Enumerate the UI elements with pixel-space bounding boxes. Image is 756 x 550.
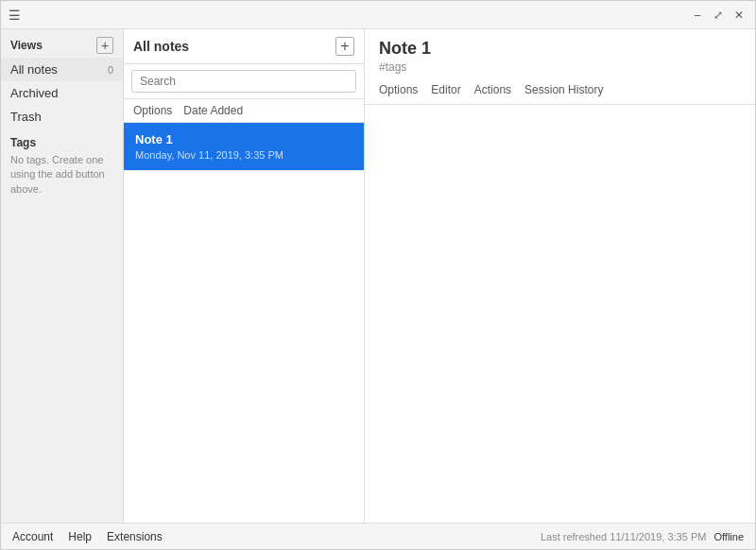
restore-button[interactable]: ⤢ (710, 7, 727, 24)
main-layout: Views + All notes 0 Archived Trash Tags … (1, 29, 755, 523)
footer: Account Help Extensions Last refreshed 1… (1, 523, 755, 549)
account-button[interactable]: Account (12, 530, 53, 543)
notes-toolbar: Options Date Added (124, 99, 364, 123)
tab-editor[interactable]: Editor (431, 79, 468, 100)
extensions-button[interactable]: Extensions (107, 530, 163, 543)
sidebar-tags-title: Tags (10, 136, 113, 149)
footer-status: Last refreshed 11/11/2019, 3:35 PM (541, 531, 707, 542)
editor-tabs: Options Editor Actions Session History (379, 79, 741, 100)
editor-note-title: Note 1 (379, 39, 741, 59)
editor-header: Note 1 #tags Options Editor Actions Sess… (365, 29, 755, 105)
close-button[interactable]: ✕ (730, 7, 747, 24)
note-item-date: Monday, Nov 11, 2019, 3:35 PM (135, 149, 352, 161)
titlebar: ☰ – ⤢ ✕ (1, 1, 755, 29)
notes-header: All notes + (124, 29, 364, 64)
sidebar-tags-section: Tags No tags. Create one using the add b… (1, 129, 123, 200)
sidebar-item-archived-label: Archived (10, 86, 59, 100)
footer-right: Last refreshed 11/11/2019, 3:35 PM Offli… (541, 531, 744, 542)
notes-options-button[interactable]: Options (133, 104, 172, 117)
sidebar-item-trash[interactable]: Trash (1, 105, 123, 129)
notes-panel-title: All notes (133, 39, 189, 54)
footer-left: Account Help Extensions (12, 530, 163, 543)
sidebar-item-all-notes[interactable]: All notes 0 (1, 58, 123, 81)
tab-options[interactable]: Options (379, 79, 425, 100)
sidebar-views-title: Views (10, 39, 43, 52)
sidebar-item-all-notes-label: All notes (10, 62, 58, 77)
add-note-button[interactable]: + (335, 37, 354, 56)
sidebar-views-header: Views + (1, 29, 123, 58)
note-item[interactable]: Note 1 Monday, Nov 11, 2019, 3:35 PM (124, 123, 364, 171)
titlebar-controls: – ⤢ ✕ (689, 7, 747, 24)
notes-search-area (124, 64, 364, 99)
help-button[interactable]: Help (68, 530, 92, 543)
tab-session-history[interactable]: Session History (524, 79, 610, 100)
hamburger-icon[interactable]: ☰ (9, 8, 21, 23)
notes-date-added-button[interactable]: Date Added (183, 104, 243, 117)
search-input[interactable] (131, 70, 356, 93)
sidebar-item-all-notes-count: 0 (108, 64, 113, 76)
footer-offline-badge: Offline (713, 531, 744, 542)
note-item-title: Note 1 (135, 132, 352, 146)
notes-list: Note 1 Monday, Nov 11, 2019, 3:35 PM (124, 123, 364, 523)
tab-actions[interactable]: Actions (474, 79, 519, 100)
minimize-button[interactable]: – (689, 7, 706, 24)
notes-panel: All notes + Options Date Added Note 1 Mo… (124, 29, 365, 523)
sidebar-item-archived[interactable]: Archived (1, 81, 123, 105)
editor-note-tags: #tags (379, 60, 741, 74)
editor-content (365, 105, 755, 523)
sidebar-tags-empty: No tags. Create one using the add button… (10, 153, 113, 197)
sidebar-item-trash-label: Trash (10, 110, 42, 124)
add-view-button[interactable]: + (96, 37, 113, 54)
titlebar-left: ☰ (9, 8, 21, 23)
editor-panel: Note 1 #tags Options Editor Actions Sess… (365, 29, 755, 523)
sidebar: Views + All notes 0 Archived Trash Tags … (1, 29, 124, 523)
